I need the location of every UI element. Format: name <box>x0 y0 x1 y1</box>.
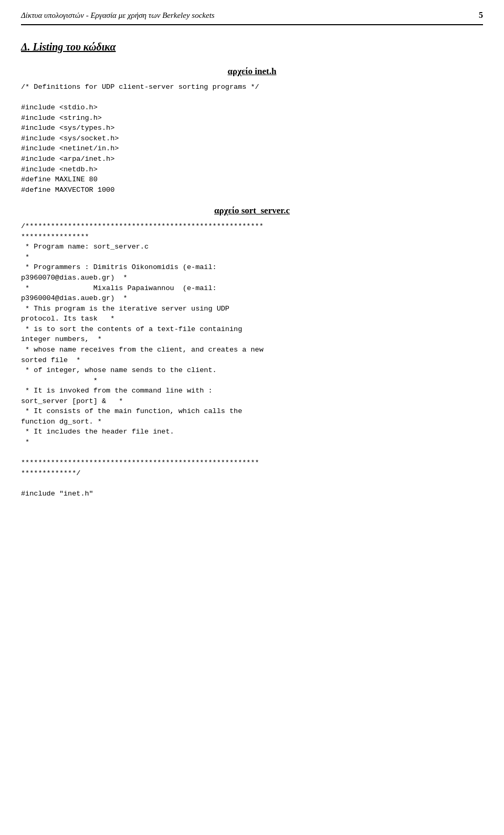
code-block-inet: /* Definitions for UDP client-server sor… <box>21 82 483 195</box>
file-heading-inet: αρχείο inet.h <box>21 66 483 77</box>
page-header: Δίκτυα υπολογιστών - Εργασία με χρήση τω… <box>21 11 483 25</box>
page-number: 5 <box>479 11 483 20</box>
header-title: Δίκτυα υπολογιστών - Εργασία με χρήση τω… <box>21 11 215 20</box>
file-heading-sort-server: αρχείο sort_server.c <box>21 205 483 216</box>
section-heading: Δ. Listing του κώδικα <box>21 41 483 53</box>
code-block-sort-server: /***************************************… <box>21 221 483 499</box>
